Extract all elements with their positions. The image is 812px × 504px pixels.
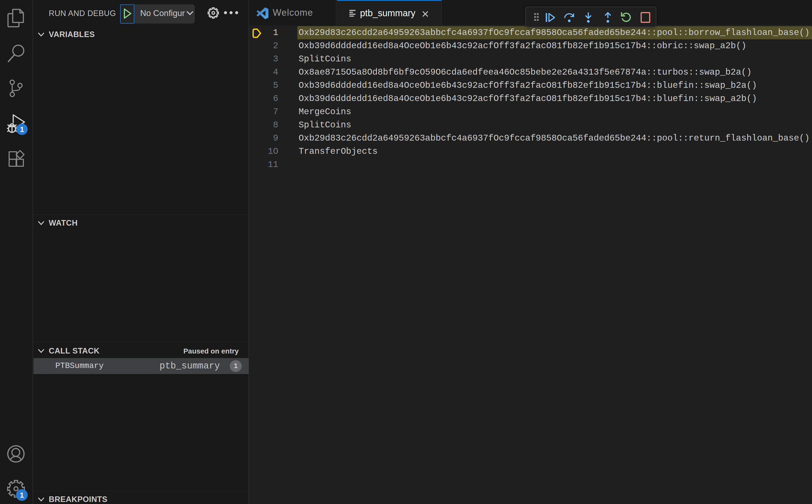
svg-text:1: 1 (20, 125, 24, 133)
svg-text:1: 1 (20, 491, 24, 499)
